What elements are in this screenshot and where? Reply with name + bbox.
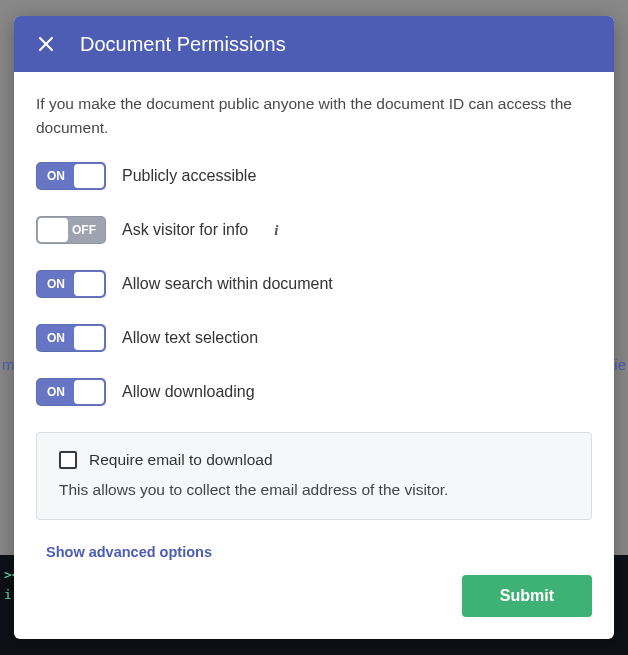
toggle-allow-downloading[interactable]: ON (36, 378, 106, 406)
modal-description: If you make the document public anyone w… (36, 92, 592, 140)
toggle-state-label: ON (47, 331, 65, 345)
toggle-row-public: ON Publicly accessible (36, 162, 592, 190)
toggle-knob (38, 218, 68, 242)
toggle-state-label: ON (47, 169, 65, 183)
checkbox-row: Require email to download (59, 451, 569, 469)
close-button[interactable] (34, 32, 58, 56)
toggle-row-downloading: ON Allow downloading (36, 378, 592, 406)
toggle-publicly-accessible[interactable]: ON (36, 162, 106, 190)
modal-header: Document Permissions (14, 16, 614, 72)
toggle-state-label: ON (47, 385, 65, 399)
toggle-knob (74, 164, 104, 188)
toggle-allow-text-selection[interactable]: ON (36, 324, 106, 352)
info-icon[interactable]: i (268, 222, 284, 239)
checkbox-label: Require email to download (89, 451, 273, 469)
toggle-state-label: ON (47, 277, 65, 291)
toggle-label: Allow text selection (122, 329, 258, 347)
modal-title: Document Permissions (80, 33, 286, 56)
permissions-modal: Document Permissions If you make the doc… (14, 16, 614, 639)
toggle-row-text-selection: ON Allow text selection (36, 324, 592, 352)
require-email-checkbox[interactable] (59, 451, 77, 469)
toggle-label: Publicly accessible (122, 167, 256, 185)
submit-button[interactable]: Submit (462, 575, 592, 617)
toggle-allow-search[interactable]: ON (36, 270, 106, 298)
modal-footer: Submit (14, 561, 614, 639)
toggle-row-visitor-info: OFF Ask visitor for info i (36, 216, 592, 244)
sub-panel-description: This allows you to collect the email add… (59, 481, 569, 499)
toggle-knob (74, 380, 104, 404)
toggle-row-search: ON Allow search within document (36, 270, 592, 298)
toggle-state-label: OFF (72, 223, 96, 237)
toggle-label: Allow downloading (122, 383, 255, 401)
download-sub-panel: Require email to download This allows yo… (36, 432, 592, 520)
toggle-knob (74, 272, 104, 296)
show-advanced-options-link[interactable]: Show advanced options (46, 544, 212, 560)
modal-body: If you make the document public anyone w… (14, 72, 614, 561)
toggle-label: Ask visitor for info (122, 221, 248, 239)
toggle-knob (74, 326, 104, 350)
close-icon (37, 35, 55, 53)
toggle-label: Allow search within document (122, 275, 333, 293)
toggle-ask-visitor-info[interactable]: OFF (36, 216, 106, 244)
